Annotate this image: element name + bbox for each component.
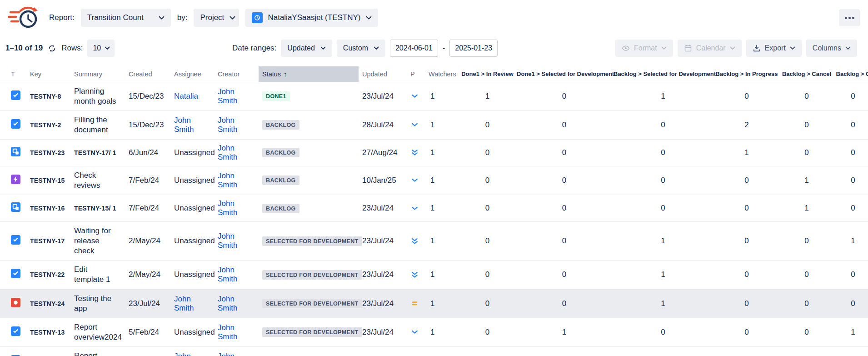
date-to-input[interactable] — [449, 40, 498, 57]
creator[interactable]: John Smith — [218, 199, 237, 217]
date-from-input[interactable] — [390, 40, 438, 57]
date-mode-dropdown[interactable]: Custom — [337, 40, 385, 57]
priority-low-icon — [410, 204, 421, 213]
creator[interactable]: John Smith — [218, 87, 237, 105]
refresh-button[interactable] — [47, 44, 57, 53]
report-type-dropdown[interactable]: Transition Count — [81, 9, 171, 27]
creator[interactable]: John Smith — [218, 266, 237, 283]
project-dropdown[interactable]: NataliaYSaasjet (TESTNY) — [245, 9, 378, 27]
chevron-down-icon — [105, 46, 110, 50]
task-icon — [11, 119, 20, 129]
creator[interactable]: John Smith — [218, 171, 237, 189]
transition-count: 1 — [780, 166, 833, 195]
assignee[interactable]: Natalia — [174, 92, 198, 100]
updated-date: 23/Jul/24 — [359, 318, 407, 346]
transition-count: 0 — [613, 318, 713, 346]
chevron-down-icon — [845, 46, 851, 50]
col-header-summary[interactable]: Summary — [70, 66, 125, 82]
transition-count: 1 — [833, 346, 868, 356]
updated-date: 23/Jul/24 — [359, 195, 407, 222]
col-header-status[interactable]: Status↑ — [259, 66, 359, 82]
col-header-t2[interactable]: Done1 > Selected for Development — [516, 66, 613, 82]
created-date: 15/Dec/23 — [125, 82, 170, 110]
transition-count: 0 — [833, 110, 868, 139]
group-by-dropdown[interactable]: Project — [194, 9, 239, 27]
rows-per-page-dropdown[interactable]: 10 — [87, 40, 115, 57]
col-header-label: Key — [30, 70, 41, 78]
col-header-watchers[interactable]: Watchers — [425, 66, 459, 82]
creator[interactable]: John Smith — [218, 295, 237, 312]
issue-summary: Filling the document — [70, 110, 125, 139]
table-row[interactable]: TESTNY-13Report overview20245/Feb/24Unas… — [0, 318, 868, 346]
col-header-type[interactable]: T — [0, 66, 26, 82]
col-header-t5[interactable]: Backlog > Cancel — [780, 66, 833, 82]
transition-count: 0 — [713, 289, 780, 318]
table-row[interactable]: TESTNY-23TESTNY-17/ 16/Jun/24UnassignedJ… — [0, 139, 868, 166]
format-dropdown[interactable]: Format — [615, 40, 673, 57]
transition-count: 1 — [833, 318, 868, 346]
date-field-dropdown[interactable]: Updated — [281, 40, 332, 57]
transition-count: 0 — [780, 289, 833, 318]
col-header-key[interactable]: Key — [26, 66, 70, 82]
priority-low-icon — [410, 120, 421, 129]
assignee[interactable]: John Smith — [174, 116, 194, 134]
creator[interactable]: John Smith — [218, 323, 237, 341]
priority-low-icon — [410, 92, 421, 100]
issue-key: TESTNY-2 — [26, 110, 70, 139]
table-row[interactable]: TESTNY-6Report overview15/Dec/23John Smi… — [0, 346, 868, 356]
project-avatar — [252, 12, 263, 23]
creator[interactable]: John Smith — [218, 144, 237, 161]
date-range-controls: Date ranges: Updated Custom - — [232, 40, 498, 57]
col-header-t6[interactable]: Backlog > C — [833, 66, 868, 82]
columns-dropdown[interactable]: Columns — [806, 40, 857, 57]
transition-count: 1 — [613, 346, 713, 356]
transition-count: 0 — [780, 139, 833, 166]
transition-count: 0 — [833, 139, 868, 166]
col-header-label: Backlog > C — [836, 70, 868, 77]
col-header-created[interactable]: Created — [125, 66, 170, 82]
export-dropdown[interactable]: Export — [746, 40, 802, 57]
table-row[interactable]: TESTNY-17Waiting for release check2/May/… — [0, 222, 868, 261]
table-row[interactable]: TESTNY-16TESTNY-15/ 17/Feb/24UnassignedJ… — [0, 195, 868, 222]
transition-count: 0 — [780, 110, 833, 139]
issue-summary: TESTNY-15/ 1 — [70, 195, 125, 222]
status-badge: SELECTED FOR DEVELOPMENT — [262, 327, 362, 337]
transition-count: 0 — [459, 139, 516, 166]
assignee[interactable]: John Smith — [174, 352, 194, 356]
assignee[interactable]: John Smith — [174, 295, 194, 312]
transition-count: 0 — [459, 195, 516, 222]
assignee: Unassigned — [174, 236, 215, 245]
transition-count: 0 — [713, 82, 780, 110]
created-date: 7/Feb/24 — [125, 195, 170, 222]
issue-summary: Planning month goals — [70, 82, 125, 110]
col-header-t4[interactable]: Backlog > In Progress — [713, 66, 780, 82]
issue-key: TESTNY-22 — [26, 261, 70, 289]
col-header-t3[interactable]: Backlog > Selected for Development — [613, 66, 713, 82]
priority-lowest-icon — [410, 271, 421, 279]
creator[interactable]: John Smith — [218, 116, 237, 134]
col-header-assignee[interactable]: Assignee — [170, 66, 214, 82]
assignee: Unassigned — [174, 328, 215, 336]
transition-count: 0 — [780, 222, 833, 261]
updated-date: 27/Aug/24 — [359, 139, 407, 166]
transition-count: 1 — [613, 82, 713, 110]
more-options-button[interactable] — [839, 9, 860, 26]
calendar-label: Calendar — [696, 44, 726, 52]
col-header-creator[interactable]: Creator — [214, 66, 259, 82]
col-header-priority[interactable]: P — [407, 66, 425, 82]
col-header-t1[interactable]: Done1 > In Review — [459, 66, 516, 82]
table-row[interactable]: TESTNY-15Check reviews7/Feb/24Unassigned… — [0, 166, 868, 195]
status-badge: BACKLOG — [262, 120, 299, 130]
creator[interactable]: John Smith — [218, 232, 237, 250]
refresh-icon — [48, 45, 56, 52]
table-row[interactable]: TESTNY-2Filling the document15/Dec/23Joh… — [0, 110, 868, 139]
transition-count: 1 — [613, 261, 713, 289]
assignee: Unassigned — [174, 270, 215, 279]
col-header-label: Backlog > Cancel — [782, 70, 831, 77]
table-row[interactable]: TESTNY-24Testing the app23/Jul/24John Sm… — [0, 289, 868, 318]
creator[interactable]: John Smith — [218, 352, 237, 356]
table-row[interactable]: TESTNY-22Edit template 12/May/24Unassign… — [0, 261, 868, 289]
col-header-updated[interactable]: Updated — [359, 66, 407, 82]
calendar-dropdown[interactable]: Calendar — [678, 40, 742, 57]
table-row[interactable]: TESTNY-8Planning month goals15/Dec/23Nat… — [0, 82, 868, 110]
